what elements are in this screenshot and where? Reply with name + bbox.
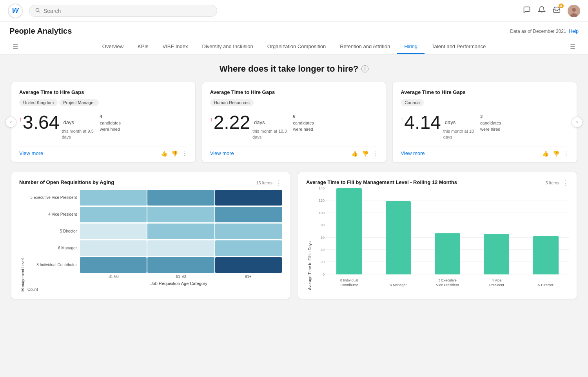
trend-up-icon: ↑ bbox=[19, 116, 22, 123]
heatmap-row-label: 3 Executive Vice President bbox=[25, 195, 80, 200]
heatmap-cell bbox=[80, 240, 147, 256]
bar-fill bbox=[435, 233, 460, 274]
heatmap-row: 6 Manager bbox=[25, 240, 282, 256]
bar-x-label: 3 ExecutiveVice President bbox=[425, 278, 470, 287]
chart1-menu[interactable]: ⋮ bbox=[276, 179, 282, 187]
hire-gap-card-1: Average Time to Hire Gaps Human Resource… bbox=[202, 82, 387, 162]
card-footer: View more 👍 👎 ⋮ bbox=[401, 146, 569, 157]
y-axis-tick: 20 bbox=[321, 260, 325, 264]
metric-sub: this month at 10.3days bbox=[252, 128, 287, 141]
heatmap-row-label: 6 Manager bbox=[25, 246, 80, 250]
heatmap-cell bbox=[80, 207, 147, 222]
card-tag: United Kingdom bbox=[19, 99, 58, 106]
bar-group: 4 VicePresident bbox=[474, 188, 519, 274]
heatmap-cell bbox=[215, 224, 282, 239]
card-more-menu[interactable]: ⋮ bbox=[563, 150, 569, 157]
trend-up-icon: ↑ bbox=[210, 116, 213, 123]
chart-open-requisitions: Number of Open Requisitions by Aging 15 … bbox=[11, 172, 290, 299]
metric-main: ↑ 3.64 days this month at 9.5days bbox=[19, 113, 94, 141]
bar-fill bbox=[533, 236, 559, 274]
tab-kpis[interactable]: KPIs bbox=[131, 40, 155, 54]
avatar[interactable] bbox=[568, 5, 580, 17]
search-icon bbox=[35, 7, 40, 14]
message-icon[interactable] bbox=[523, 6, 531, 16]
tabs: OverviewKPIsVIBE IndexDiversity and Incl… bbox=[95, 40, 493, 54]
heatmap-cell bbox=[147, 257, 214, 273]
bar-x-label: 5 Director bbox=[523, 283, 569, 288]
card-title: Average Time to Hire Gaps bbox=[401, 89, 569, 95]
y-axis-tick: 40 bbox=[321, 248, 325, 252]
heatmap-row: 8 Individual Contributor bbox=[25, 257, 282, 273]
chart1-y-title: Management Level bbox=[19, 190, 25, 292]
chart2-menu[interactable]: ⋮ bbox=[563, 179, 569, 187]
metric-side: 4candidateswere hired bbox=[100, 113, 121, 133]
metric-sub: this month at 10days bbox=[443, 128, 474, 141]
data-as-of: Data as of December 2021 Help bbox=[510, 29, 579, 34]
trend-up-icon: ↑ bbox=[401, 116, 403, 123]
bar-group: 3 ExecutiveVice President bbox=[425, 188, 470, 274]
logo-icon: W bbox=[8, 4, 23, 18]
heatmap-x-label: 91+ bbox=[214, 274, 282, 279]
heatmap-x-label: 61-90 bbox=[147, 274, 215, 279]
tab-organization-composition[interactable]: Organization Composition bbox=[260, 40, 333, 54]
heatmap-row: 5 Director bbox=[25, 224, 282, 239]
view-more-link[interactable]: View more bbox=[210, 150, 234, 156]
thumbs-down-icon[interactable]: 👎 bbox=[362, 150, 368, 157]
metric-side: 3candidateswere hired bbox=[480, 113, 501, 133]
search-input[interactable] bbox=[44, 8, 211, 14]
bar-x-label: 4 VicePresident bbox=[474, 278, 519, 287]
card-more-menu[interactable]: ⋮ bbox=[372, 150, 378, 157]
thumbs-down-icon[interactable]: 👎 bbox=[171, 150, 178, 157]
inbox-icon[interactable]: 8 bbox=[553, 6, 561, 16]
tabs-wrapper: ☰ OverviewKPIsVIBE IndexDiversity and In… bbox=[9, 40, 579, 54]
tab-hiring[interactable]: Hiring bbox=[397, 40, 425, 54]
chart1-count: 15 items bbox=[256, 180, 272, 185]
card-tag: Project Manager bbox=[59, 99, 99, 106]
tab-retention-and-attrition[interactable]: Retention and Attrition bbox=[333, 40, 397, 54]
tab-vibe-index[interactable]: VIBE Index bbox=[156, 40, 195, 54]
heatmap-cell bbox=[147, 240, 214, 256]
view-more-link[interactable]: View more bbox=[401, 150, 425, 156]
chart2-y-title: Average Time to Fill in Days bbox=[306, 188, 312, 290]
tab-talent-and-performance[interactable]: Talent and Performance bbox=[425, 40, 493, 54]
search-bar[interactable] bbox=[29, 5, 217, 17]
tab-overview[interactable]: Overview bbox=[95, 40, 131, 54]
heatmap-cell bbox=[215, 240, 282, 256]
cards-prev-arrow[interactable]: ‹ bbox=[5, 117, 16, 128]
heatmap-row: 4 Vice President bbox=[25, 207, 282, 222]
charts-row: Number of Open Requisitions by Aging 15 … bbox=[11, 172, 577, 299]
svg-point-0 bbox=[36, 8, 39, 11]
thumbs-up-icon[interactable]: 👍 bbox=[351, 150, 358, 157]
metric-unit: days bbox=[445, 119, 474, 125]
chart2-title: Average Time to Fill by Management Level… bbox=[306, 179, 457, 185]
view-more-link[interactable]: View more bbox=[19, 150, 43, 156]
tabs-hamburger-left[interactable]: ☰ bbox=[9, 40, 21, 54]
thumbs-down-icon[interactable]: 👎 bbox=[553, 150, 559, 157]
nav-icons: 8 bbox=[523, 5, 580, 17]
card-more-menu[interactable]: ⋮ bbox=[182, 150, 187, 157]
inbox-badge: 8 bbox=[559, 4, 564, 8]
chart-time-to-fill: Average Time to Fill by Management Level… bbox=[298, 172, 577, 299]
bar-group: 5 Director bbox=[523, 188, 569, 274]
heatmap-row-label: 5 Director bbox=[25, 229, 80, 233]
help-link[interactable]: Help bbox=[569, 29, 579, 34]
heatmap-cell bbox=[147, 190, 214, 206]
y-axis-tick: 80 bbox=[321, 223, 325, 227]
bell-icon[interactable] bbox=[538, 6, 546, 16]
card-actions: 👍 👎 ⋮ bbox=[542, 150, 569, 157]
chart1-title: Number of Open Requisitions by Aging bbox=[19, 179, 114, 185]
hire-gap-card-0: Average Time to Hire Gaps United Kingdom… bbox=[11, 82, 196, 162]
bar-x-label: 8 IndividualContributor bbox=[326, 278, 372, 287]
thumbs-up-icon[interactable]: 👍 bbox=[542, 150, 549, 157]
tabs-menu-right[interactable]: ☰ bbox=[567, 40, 579, 54]
cards-row: ‹ Average Time to Hire Gaps United Kingd… bbox=[11, 82, 577, 162]
metric-main: ↑ 2.22 days this month at 10.3days bbox=[210, 113, 287, 141]
metric-sub: this month at 9.5days bbox=[62, 128, 93, 141]
tab-diversity-and-inclusion[interactable]: Diversity and Inclusion bbox=[195, 40, 260, 54]
section-info-icon[interactable]: i bbox=[361, 65, 368, 72]
thumbs-up-icon[interactable]: 👍 bbox=[161, 150, 167, 157]
cards-next-arrow[interactable]: › bbox=[572, 117, 583, 128]
metric-unit: days bbox=[63, 119, 93, 125]
heatmap-cell bbox=[215, 190, 282, 206]
heatmap-cell bbox=[215, 207, 282, 222]
